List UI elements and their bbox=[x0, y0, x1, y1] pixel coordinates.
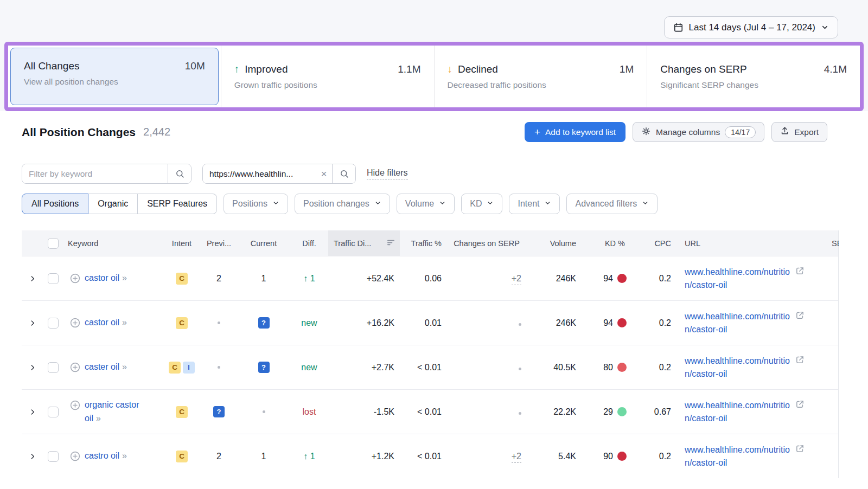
serp-changes-link[interactable]: +2 bbox=[512, 274, 521, 285]
volume-dropdown[interactable]: Volume bbox=[397, 194, 455, 214]
serp-changes-link[interactable]: +2 bbox=[512, 452, 521, 463]
col-header-diff[interactable]: Diff. bbox=[290, 239, 328, 248]
row-checkbox[interactable] bbox=[48, 451, 59, 462]
expand-row-icon[interactable] bbox=[29, 364, 36, 371]
results-count: 2,442 bbox=[143, 126, 170, 138]
external-link-icon[interactable] bbox=[795, 355, 805, 366]
result-url-link[interactable]: www.healthline.com/nutrition/castor-oil bbox=[685, 355, 792, 379]
col-header-changes-on-serp[interactable]: Changes on SERP bbox=[443, 239, 530, 248]
select-all-checkbox[interactable] bbox=[48, 238, 59, 249]
position-changes-page: Last 14 days (Jul 4 – 17, 2024) All Chan… bbox=[0, 0, 868, 489]
add-keyword-icon[interactable] bbox=[69, 273, 81, 284]
add-keyword-icon[interactable] bbox=[69, 451, 81, 462]
no-position-dot bbox=[263, 410, 265, 413]
result-url-link[interactable]: www.healthline.com/nutrition/castor-oil bbox=[685, 266, 792, 291]
url-filter-input[interactable] bbox=[203, 164, 316, 183]
external-link-icon[interactable] bbox=[795, 266, 805, 278]
keyword-link[interactable]: castor oil bbox=[85, 273, 119, 282]
kd-value: 90 bbox=[603, 452, 613, 461]
positions-dropdown[interactable]: Positions bbox=[224, 194, 288, 214]
advanced-filters-dropdown[interactable]: Advanced filters bbox=[566, 194, 658, 214]
intent-dropdown[interactable]: Intent bbox=[509, 194, 560, 214]
kd-value: 80 bbox=[603, 363, 613, 372]
kd-value: 94 bbox=[603, 274, 613, 284]
col-header-intent[interactable]: Intent bbox=[163, 239, 201, 248]
row-checkbox[interactable] bbox=[48, 273, 59, 284]
expand-row-icon[interactable] bbox=[29, 453, 36, 460]
row-checkbox[interactable] bbox=[48, 407, 59, 417]
col-header-url[interactable]: URL bbox=[673, 239, 808, 248]
hide-filters-link[interactable]: Hide filters bbox=[367, 168, 408, 179]
col-header-keyword[interactable]: Keyword bbox=[63, 239, 163, 248]
no-change-dot bbox=[519, 323, 521, 326]
kd-value: 29 bbox=[603, 407, 613, 417]
tab-all-changes-card[interactable]: All Changes 10M View all position change… bbox=[10, 48, 219, 105]
row-checkbox[interactable] bbox=[48, 318, 59, 329]
col-header-se[interactable]: SE bbox=[808, 239, 839, 248]
add-keyword-icon[interactable] bbox=[69, 317, 81, 329]
col-header-volume[interactable]: Volume bbox=[530, 239, 582, 248]
serp-feature-question-icon bbox=[213, 406, 225, 417]
add-keyword-icon[interactable] bbox=[69, 400, 81, 411]
kd-dropdown[interactable]: KD bbox=[461, 194, 502, 214]
gear-icon bbox=[641, 126, 651, 138]
table-row: castor oil» C new +16.2K 0.01 246K 94 bbox=[22, 300, 838, 345]
keyword-overview-icon[interactable]: » bbox=[122, 273, 127, 282]
search-icon[interactable] bbox=[332, 164, 355, 183]
export-button[interactable]: Export bbox=[771, 122, 827, 142]
expand-row-icon[interactable] bbox=[29, 275, 36, 282]
expand-row-icon[interactable] bbox=[29, 408, 36, 416]
kd-indicator-dot bbox=[617, 363, 627, 372]
external-link-icon[interactable] bbox=[795, 444, 805, 455]
keyword-filter-input[interactable] bbox=[22, 164, 168, 183]
segment-all-positions[interactable]: All Positions bbox=[22, 194, 88, 214]
tab-changes-on-serp[interactable]: Changes on SERP 4.1M Significant SERP ch… bbox=[647, 46, 860, 107]
result-url-link[interactable]: www.healthline.com/nutrition/castor-oil bbox=[685, 310, 792, 335]
keyword-link[interactable]: caster oil bbox=[85, 362, 119, 371]
search-icon[interactable] bbox=[168, 164, 191, 183]
table-row: caster oil» C I new +2.7K < 0.01 40.5K 8… bbox=[22, 345, 838, 389]
add-keyword-icon[interactable] bbox=[69, 362, 81, 373]
col-header-traffic-pct[interactable]: Traffic % bbox=[400, 239, 443, 248]
arrow-down-icon: ↓ bbox=[448, 63, 453, 75]
keyword-overview-icon[interactable]: » bbox=[96, 414, 101, 423]
traffic-pct-value: < 0.01 bbox=[400, 407, 443, 417]
result-url-link[interactable]: www.healthline.com/nutrition/castor-oil bbox=[685, 399, 792, 424]
clear-icon[interactable]: × bbox=[316, 164, 332, 183]
external-link-icon[interactable] bbox=[795, 400, 805, 411]
external-link-icon[interactable] bbox=[795, 311, 805, 322]
col-header-cpc[interactable]: CPC bbox=[630, 239, 673, 248]
manage-columns-button[interactable]: Manage columns 14/17 bbox=[633, 122, 764, 142]
segment-organic[interactable]: Organic bbox=[88, 194, 138, 214]
segment-serp-features[interactable]: SERP Features bbox=[138, 194, 217, 214]
col-header-current[interactable]: Current bbox=[237, 239, 290, 248]
date-range-picker[interactable]: Last 14 days (Jul 4 – 17, 2024) bbox=[664, 16, 838, 38]
traffic-diff-value: -1.5K bbox=[328, 407, 400, 417]
columns-count-badge: 14/17 bbox=[725, 126, 756, 138]
keyword-link[interactable]: organic castor oil bbox=[85, 400, 139, 423]
serp-feature-question-icon bbox=[258, 362, 270, 373]
dropdown-label: KD bbox=[470, 199, 482, 209]
position-changes-dropdown[interactable]: Position changes bbox=[295, 194, 390, 214]
add-to-keyword-list-button[interactable]: + Add to keyword list bbox=[525, 122, 626, 142]
previous-position: 2 bbox=[216, 452, 221, 461]
export-icon bbox=[780, 126, 789, 138]
col-header-previous[interactable]: Previ... bbox=[201, 239, 237, 248]
col-header-kd[interactable]: KD % bbox=[582, 239, 630, 248]
expand-row-icon[interactable] bbox=[29, 319, 36, 327]
col-header-label: Traffic Di... bbox=[334, 239, 371, 248]
keyword-overview-icon[interactable]: » bbox=[122, 362, 127, 371]
traffic-pct-value: < 0.01 bbox=[400, 452, 443, 461]
sort-descending-icon bbox=[387, 239, 395, 248]
plus-icon: + bbox=[534, 127, 540, 137]
tab-improved[interactable]: ↑ Improved 1.1M Grown traffic positions bbox=[221, 46, 434, 107]
col-header-traffic-diff[interactable]: Traffic Di... bbox=[328, 230, 400, 256]
keyword-overview-icon[interactable]: » bbox=[122, 451, 127, 460]
keyword-overview-icon[interactable]: » bbox=[122, 318, 127, 327]
tab-declined[interactable]: ↓ Declined 1M Decreased traffic position… bbox=[434, 46, 647, 107]
tab-all-changes[interactable]: All Changes 10M View all position change… bbox=[8, 46, 221, 107]
row-checkbox[interactable] bbox=[48, 362, 59, 373]
keyword-link[interactable]: castro oil bbox=[85, 451, 119, 460]
keyword-link[interactable]: castor oil bbox=[85, 318, 119, 327]
result-url-link[interactable]: www.healthline.com/nutrition/castor-oil bbox=[685, 443, 792, 468]
